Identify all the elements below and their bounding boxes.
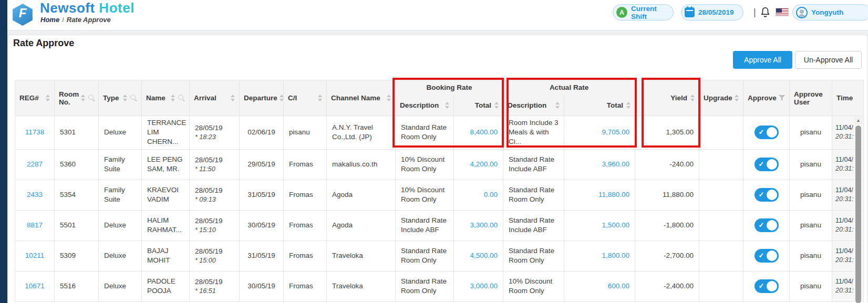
cell-yield: 11,880.00 bbox=[635, 180, 699, 210]
cell-room-no: 5501 bbox=[55, 210, 99, 241]
cell-actual-total: 11,880.00 bbox=[564, 180, 635, 210]
business-date: 28/05/2019 bbox=[698, 8, 734, 16]
approve-toggle[interactable]: ✓ bbox=[755, 158, 779, 171]
cell-approve: ✓ bbox=[743, 210, 790, 241]
cell-booking-description: 10% Discount Room Only bbox=[396, 149, 454, 180]
breadcrumb-home[interactable]: Home bbox=[40, 16, 59, 24]
scroll-up-arrow-icon[interactable]: ▲ bbox=[854, 117, 862, 124]
col-header-name[interactable]: Name bbox=[142, 80, 190, 116]
reg-link[interactable]: 2433 bbox=[27, 191, 43, 198]
check-icon: ✓ bbox=[759, 251, 764, 260]
approve-toggle[interactable]: ✓ bbox=[755, 249, 779, 263]
cell-name: HALIM RAHMAT... bbox=[142, 210, 190, 241]
business-date-button[interactable]: 28/05/2019 bbox=[681, 4, 743, 20]
cell-yield: -240.00 bbox=[635, 149, 699, 180]
cell-room-no: 5360 bbox=[55, 149, 99, 180]
reg-link[interactable]: 11738 bbox=[25, 128, 45, 136]
col-header-upgrade[interactable]: Upgrade bbox=[699, 80, 743, 116]
search-icon bbox=[130, 95, 137, 101]
cell-departure: 29/05/19 bbox=[240, 149, 284, 180]
cell-name: TERRANCE LIM CHERN... bbox=[142, 116, 190, 150]
shift-label: Current Shift bbox=[631, 5, 667, 20]
check-icon: ✓ bbox=[759, 281, 764, 291]
cell-booking-description: Standard Rate Include ABF bbox=[396, 210, 454, 241]
cell-actual-total: 3,960.00 bbox=[564, 149, 635, 180]
sort-icon bbox=[46, 95, 50, 101]
col-header-approve-user: Approve User bbox=[790, 80, 832, 116]
vertical-scrollbar[interactable]: ▲ bbox=[854, 117, 862, 303]
col-header-booking-description[interactable]: Description bbox=[396, 95, 454, 116]
cell-room-no: 5516 bbox=[55, 271, 99, 301]
cell-approve-user: pisanu bbox=[790, 149, 832, 180]
reg-link[interactable]: 10211 bbox=[25, 252, 45, 259]
cell-departure: 31/05/19 bbox=[240, 180, 284, 210]
col-header-yield[interactable]: Yield bbox=[635, 80, 699, 116]
cell-actual-description: Standard Rate Include ABF bbox=[503, 149, 564, 180]
cell-departure: 31/05/19 bbox=[240, 241, 284, 271]
cell-approve-user: pisanu bbox=[790, 241, 832, 271]
col-header-actual-total[interactable]: Total bbox=[564, 95, 635, 116]
cell-arrival: 28/05/19* 15:10 bbox=[190, 210, 240, 241]
sort-icon bbox=[626, 102, 631, 109]
approve-all-button[interactable]: Approve All bbox=[733, 51, 792, 69]
user-menu-button[interactable]: Yongyuth bbox=[792, 4, 868, 20]
approve-toggle[interactable]: ✓ bbox=[755, 218, 779, 232]
cell-channel-name: Agoda bbox=[327, 180, 396, 210]
filter-icon bbox=[779, 95, 785, 101]
cell-room-no: 5354 bbox=[55, 180, 99, 210]
cell-upgrade bbox=[699, 210, 743, 241]
language-flag-us-icon[interactable] bbox=[776, 8, 789, 16]
current-shift-button[interactable]: A Current Shift bbox=[613, 4, 674, 20]
cell-arrival: 28/05/19* 18:23 bbox=[190, 116, 240, 150]
cell-actual-total: 1,500.00 bbox=[564, 210, 635, 241]
col-header-room[interactable]: Room No. bbox=[55, 80, 99, 116]
col-header-channel[interactable]: Channel Name bbox=[327, 80, 396, 116]
cell-booking-description: Standard Rate Room Only bbox=[396, 241, 454, 271]
col-header-booking-total[interactable]: Total bbox=[454, 95, 503, 116]
cell-channel-name: Traveloka bbox=[327, 271, 396, 301]
col-header-type[interactable]: Type bbox=[99, 80, 142, 116]
sort-icon bbox=[387, 95, 391, 101]
scrollbar-thumb[interactable] bbox=[855, 126, 861, 303]
cell-name: LEE PENG SAM, MR. bbox=[142, 149, 190, 180]
header-separator: | bbox=[753, 7, 756, 18]
cell-type: Family Suite bbox=[99, 180, 142, 210]
unapprove-all-button[interactable]: Un-Approve All bbox=[795, 51, 862, 69]
cell-reg: 2287 bbox=[15, 149, 55, 180]
username: Yongyuth bbox=[811, 8, 843, 16]
cell-upgrade bbox=[699, 271, 743, 301]
cell-reg: 2433 bbox=[15, 180, 55, 210]
cell-reg: 10671 bbox=[15, 271, 55, 301]
approve-toggle[interactable]: ✓ bbox=[755, 279, 779, 293]
left-nav-strip bbox=[0, 0, 7, 303]
cell-actual-description: 10% Discount Room Only bbox=[503, 271, 564, 301]
table-row: 106715516DeluxePADOLE POOJA28/05/19* 16:… bbox=[15, 271, 864, 301]
cell-upgrade bbox=[699, 149, 743, 180]
col-header-actual-description[interactable]: Description bbox=[503, 95, 564, 116]
col-header-approve[interactable]: Approve bbox=[743, 80, 790, 116]
col-header-ci[interactable]: C/I bbox=[284, 80, 327, 116]
approve-toggle[interactable]: ✓ bbox=[755, 188, 779, 202]
app-logo[interactable]: F bbox=[12, 4, 34, 26]
cell-channel-name: Agoda bbox=[327, 210, 396, 241]
reg-link[interactable]: 2287 bbox=[27, 160, 43, 168]
notifications-bell-icon[interactable] bbox=[760, 6, 771, 20]
sort-icon bbox=[735, 95, 739, 101]
cell-upgrade bbox=[699, 180, 743, 210]
col-header-arrival[interactable]: Arrival bbox=[190, 80, 240, 116]
cell-booking-total: 4,500.00 bbox=[454, 241, 503, 271]
reg-link[interactable]: 8817 bbox=[27, 221, 43, 229]
cell-booking-total: 3,300.00 bbox=[454, 210, 503, 241]
cell-actual-total: 600.00 bbox=[564, 271, 635, 301]
sort-icon bbox=[280, 95, 284, 101]
cell-upgrade bbox=[699, 116, 743, 150]
cell-yield: -2,700.00 bbox=[635, 241, 699, 271]
reg-link[interactable]: 10671 bbox=[25, 282, 45, 290]
col-header-reg[interactable]: REG# bbox=[15, 80, 55, 116]
cell-arrival: 28/05/19* 15:00 bbox=[190, 241, 240, 271]
col-header-departure[interactable]: Departure bbox=[240, 80, 284, 116]
cell-room-no: 5301 bbox=[55, 116, 99, 150]
sort-icon bbox=[123, 95, 127, 101]
approve-toggle[interactable]: ✓ bbox=[755, 126, 779, 139]
table-row: 88175501DeluxeHALIM RAHMAT...28/05/19* 1… bbox=[15, 210, 864, 241]
